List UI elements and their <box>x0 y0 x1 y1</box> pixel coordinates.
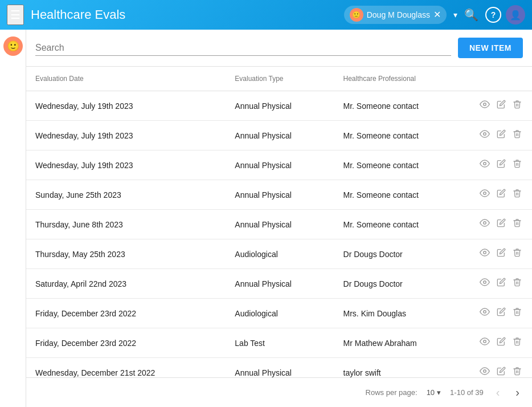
svg-point-1 <box>484 133 486 136</box>
sidebar-avatar[interactable]: 🙂 <box>3 36 23 56</box>
navbar: ☰ Healthcare Evals 🙂 Doug M Douglass ✕ ▾… <box>0 0 532 30</box>
cell-evaluation-type: Annual Physical <box>226 121 334 150</box>
col-header-evaluation-date: Evaluation Date <box>26 67 226 91</box>
delete-button[interactable] <box>511 99 523 113</box>
cell-healthcare-professional: Mr. Someone contact <box>334 91 469 121</box>
delete-button[interactable] <box>511 276 523 291</box>
cell-evaluation-type: Annual Physical <box>226 269 334 299</box>
cell-actions <box>469 328 532 358</box>
cell-healthcare-professional: Mrs. Kim Douglas <box>334 299 469 328</box>
delete-button[interactable] <box>511 365 523 377</box>
sidebar: 🙂 <box>0 30 26 407</box>
view-button[interactable] <box>478 365 491 377</box>
cell-evaluation-date: Friday, December 23rd 2022 <box>26 328 226 358</box>
cell-healthcare-professional: Mr. Someone contact <box>334 210 469 239</box>
evaluations-table: Evaluation Date Evaluation Type Healthca… <box>26 67 532 377</box>
cell-actions <box>469 180 532 210</box>
table-row: Wednesday, July 19th 2023 Annual Physica… <box>26 121 532 150</box>
edit-button[interactable] <box>496 128 507 143</box>
table-row: Wednesday, July 19th 2023 Annual Physica… <box>26 150 532 180</box>
cell-evaluation-date: Thursday, May 25th 2023 <box>26 239 226 269</box>
cell-actions <box>469 358 532 378</box>
view-button[interactable] <box>478 246 491 262</box>
edit-button[interactable] <box>496 247 507 261</box>
delete-button[interactable] <box>511 128 523 143</box>
cell-evaluation-date: Saturday, April 22nd 2023 <box>26 269 226 299</box>
table-body: Wednesday, July 19th 2023 Annual Physica… <box>26 91 532 378</box>
cell-healthcare-professional: Mr. Someone contact <box>334 121 469 150</box>
cell-healthcare-professional: Dr Dougs Doctor <box>334 239 469 269</box>
table-row: Wednesday, December 21st 2022 Annual Phy… <box>26 358 532 378</box>
svg-point-2 <box>484 162 486 165</box>
col-header-evaluation-type: Evaluation Type <box>226 67 334 91</box>
cell-evaluation-type: Annual Physical <box>226 91 334 121</box>
pagination-prev-btn[interactable]: ‹ <box>493 385 504 400</box>
cell-evaluation-date: Friday, December 23rd 2022 <box>26 299 226 328</box>
svg-point-9 <box>484 370 486 373</box>
svg-point-8 <box>484 340 486 343</box>
view-button[interactable] <box>478 335 491 351</box>
pagination: Rows per page: 10 ▾ 1-10 of 39 ‹ › <box>26 377 532 407</box>
filter-dropdown-btn[interactable]: ▾ <box>453 10 457 19</box>
edit-button[interactable] <box>496 99 507 113</box>
cell-evaluation-date: Sunday, June 25th 2023 <box>26 180 226 210</box>
toolbar: NEW ITEM <box>26 30 532 67</box>
view-button[interactable] <box>478 306 491 321</box>
cell-evaluation-type: Annual Physical <box>226 210 334 239</box>
cell-healthcare-professional: Mr Mathew Abraham <box>334 328 469 358</box>
edit-button[interactable] <box>496 336 507 350</box>
new-item-button[interactable]: NEW ITEM <box>458 38 523 58</box>
view-button[interactable] <box>478 187 491 202</box>
cell-evaluation-date: Wednesday, December 21st 2022 <box>26 358 226 378</box>
view-button[interactable] <box>478 157 491 173</box>
view-button[interactable] <box>478 217 491 232</box>
filter-chip-close[interactable]: ✕ <box>433 10 441 19</box>
user-avatar[interactable]: 👤 <box>506 5 525 25</box>
table-row: Sunday, June 25th 2023 Annual Physical M… <box>26 180 532 210</box>
delete-button[interactable] <box>511 247 523 261</box>
rows-dropdown-icon: ▾ <box>437 388 441 397</box>
search-icon[interactable]: 🔍 <box>462 6 481 24</box>
cell-evaluation-date: Wednesday, July 19th 2023 <box>26 121 226 150</box>
edit-button[interactable] <box>496 276 507 291</box>
rows-per-page-select[interactable]: 10 ▾ <box>427 388 441 397</box>
table-row: Thursday, May 25th 2023 Audiological Dr … <box>26 239 532 269</box>
table-header: Evaluation Date Evaluation Type Healthca… <box>26 67 532 91</box>
delete-button[interactable] <box>511 306 523 320</box>
col-header-actions <box>469 67 532 91</box>
cell-evaluation-type: Audiological <box>226 299 334 328</box>
view-button[interactable] <box>478 276 491 291</box>
cell-evaluation-date: Wednesday, July 19th 2023 <box>26 150 226 180</box>
cell-healthcare-professional: Mr. Someone contact <box>334 180 469 210</box>
help-icon[interactable]: ? <box>485 7 501 23</box>
cell-evaluation-type: Lab Test <box>226 328 334 358</box>
cell-actions <box>469 269 532 299</box>
filter-chip[interactable]: 🙂 Doug M Douglass ✕ <box>344 6 447 24</box>
cell-evaluation-date: Wednesday, July 19th 2023 <box>26 91 226 121</box>
cell-evaluation-type: Annual Physical <box>226 358 334 378</box>
edit-button[interactable] <box>496 188 507 202</box>
menu-icon[interactable]: ☰ <box>7 5 24 25</box>
pagination-next-btn[interactable]: › <box>512 385 523 400</box>
table-row: Friday, December 23rd 2022 Lab Test Mr M… <box>26 328 532 358</box>
edit-button[interactable] <box>496 306 507 320</box>
delete-button[interactable] <box>511 336 523 350</box>
delete-button[interactable] <box>511 158 523 172</box>
delete-button[interactable] <box>511 217 523 231</box>
edit-button[interactable] <box>496 365 507 377</box>
filter-chip-avatar: 🙂 <box>350 8 363 22</box>
pagination-range: 1-10 of 39 <box>450 388 484 397</box>
cell-actions <box>469 239 532 269</box>
delete-button[interactable] <box>511 188 523 202</box>
view-button[interactable] <box>478 98 491 113</box>
table-row: Wednesday, July 19th 2023 Annual Physica… <box>26 91 532 121</box>
view-button[interactable] <box>478 128 491 143</box>
cell-actions <box>469 210 532 239</box>
edit-button[interactable] <box>496 158 507 172</box>
cell-healthcare-professional: taylor swift <box>334 358 469 378</box>
svg-point-5 <box>484 251 486 254</box>
cell-evaluation-date: Thursday, June 8th 2023 <box>26 210 226 239</box>
edit-button[interactable] <box>496 217 507 231</box>
search-input[interactable] <box>35 40 451 56</box>
cell-healthcare-professional: Mr. Someone contact <box>334 150 469 180</box>
